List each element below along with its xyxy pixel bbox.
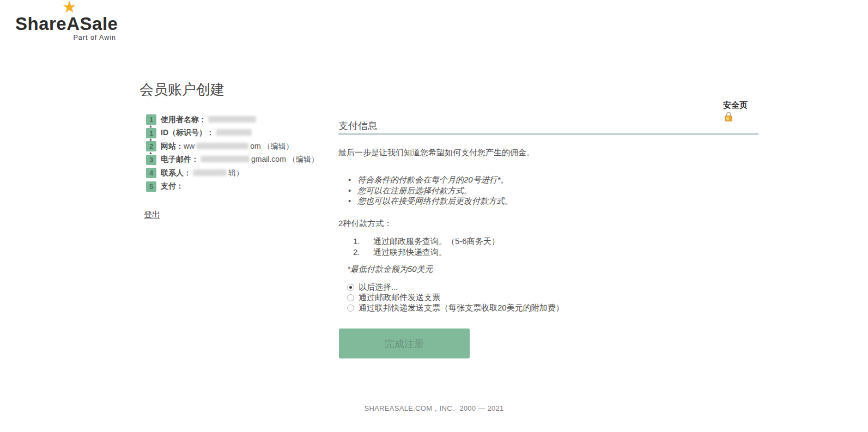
logo-tagline: Part of Awin <box>15 34 116 41</box>
step-number-badge: 2 <box>146 141 156 151</box>
step-value-prefix: ww <box>184 142 195 150</box>
step-row-website: ▲ 2 网站：wwom （编辑） <box>146 141 319 151</box>
option-label[interactable]: 通过联邦快递发送支票（每张支票收取20美元的附加费） <box>359 303 564 313</box>
redacted-value <box>208 116 256 123</box>
edit-link[interactable]: （编辑） <box>288 155 319 163</box>
method-item: 2.通过联邦快递查询。 <box>347 247 500 258</box>
method-number: 1. <box>347 236 373 247</box>
option-label[interactable]: 通过邮政邮件发送支票 <box>359 293 440 303</box>
edit-link[interactable]: （编辑） <box>263 142 294 150</box>
redacted-value <box>216 129 252 136</box>
redacted-value <box>193 169 227 176</box>
caret-up-icon: ▲ <box>149 137 153 141</box>
step-value-suffix: om <box>250 142 263 150</box>
bullet-item: 您也可以在接受网络付款后更改付款方式。 <box>347 196 513 206</box>
payment-intro-text: 最后一步是让我们知道您希望如何支付您产生的佣金。 <box>338 148 535 158</box>
step-row-id: ▲ 1 ID（标识号）： <box>146 128 319 138</box>
radio-button-selected[interactable] <box>347 284 354 291</box>
lock-icon <box>724 111 733 124</box>
step-number-badge: 1 <box>146 114 156 125</box>
step-number-badge: 1 <box>146 128 156 138</box>
payment-methods-heading: 2种付款方式： <box>338 218 392 229</box>
payment-options-group: 以后选择... 通过邮政邮件发送支票 通过联邦快递发送支票（每张支票收取20美元… <box>347 282 564 313</box>
caret-up-icon: ▲ <box>149 151 153 155</box>
step-row-payment: 5 支付： <box>146 181 319 192</box>
option-check-by-fedex[interactable]: 通过联邦快递发送支票（每张支票收取20美元的附加费） <box>347 303 564 313</box>
method-text: 通过邮政服务查询。（5-6商务天） <box>373 236 500 246</box>
step-label: 联系人： <box>161 168 191 177</box>
logo-brand-text: ShareASale <box>15 14 116 34</box>
method-text: 通过联邦快递查询。 <box>373 247 447 257</box>
step-label: ID（标识号）： <box>161 128 214 137</box>
page-title: 会员账户创建 <box>139 80 224 99</box>
payment-methods-list: 1.通过邮政服务查询。（5-6商务天） 2.通过联邦快递查询。 <box>347 236 500 257</box>
payment-bullet-list: 符合条件的付款会在每个月的20号进行*。 您可以在注册后选择付款方式。 您也可以… <box>347 174 513 206</box>
complete-registration-button[interactable]: 完成注册 <box>339 328 470 358</box>
step-value-suffix: gmail.com <box>251 155 288 163</box>
radio-button[interactable] <box>347 305 354 312</box>
step-label: 支付： <box>161 181 184 190</box>
logout-link[interactable]: 登出 <box>144 210 160 220</box>
step-number-badge: 4 <box>146 168 156 178</box>
redacted-value <box>196 143 248 149</box>
edit-link[interactable]: 辑） <box>228 168 244 177</box>
step-label: 使用者名称： <box>161 115 207 124</box>
method-number: 2. <box>347 247 373 258</box>
option-choose-later[interactable]: 以后选择... <box>347 282 564 293</box>
step-label: 电子邮件： <box>161 155 199 163</box>
step-number-badge: 3 <box>146 155 156 165</box>
bullet-item: 您可以在注册后选择付款方式。 <box>347 185 513 196</box>
signup-page: ★ ShareASale Part of Awin 会员账户创建 1 使用者名称… <box>0 0 868 432</box>
signup-steps-list: 1 使用者名称： ▲ 1 ID（标识号）： ▲ 2 网站：wwom （编辑） ▲… <box>146 114 319 194</box>
caret-up-icon: ▲ <box>149 124 153 128</box>
shareasale-logo: ★ ShareASale Part of Awin <box>15 2 116 41</box>
step-number-badge: 5 <box>146 181 156 192</box>
payment-section-title: 支付信息 <box>338 119 378 132</box>
bullet-item: 符合条件的付款会在每个月的20号进行*。 <box>347 174 513 185</box>
step-row-contact: 4 联系人：辑） <box>146 168 319 178</box>
minimum-payment-note: *最低付款金额为50美元 <box>347 264 433 275</box>
step-row-username: 1 使用者名称： <box>146 114 319 125</box>
method-item: 1.通过邮政服务查询。（5-6商务天） <box>347 236 500 247</box>
secure-page-label: 安全页 <box>723 100 748 111</box>
radio-button[interactable] <box>347 294 354 301</box>
step-label: 网站： <box>161 142 184 150</box>
step-row-email: ▲ 3 电子邮件：gmail.com （编辑） <box>146 155 319 165</box>
redacted-value <box>201 156 250 162</box>
section-divider <box>338 133 758 135</box>
footer-copyright: SHAREASALE.COM，INC。2000 — 2021 <box>0 404 868 413</box>
star-icon: ★ <box>62 0 77 15</box>
option-label[interactable]: 以后选择... <box>359 282 398 293</box>
option-check-by-mail[interactable]: 通过邮政邮件发送支票 <box>347 293 564 303</box>
